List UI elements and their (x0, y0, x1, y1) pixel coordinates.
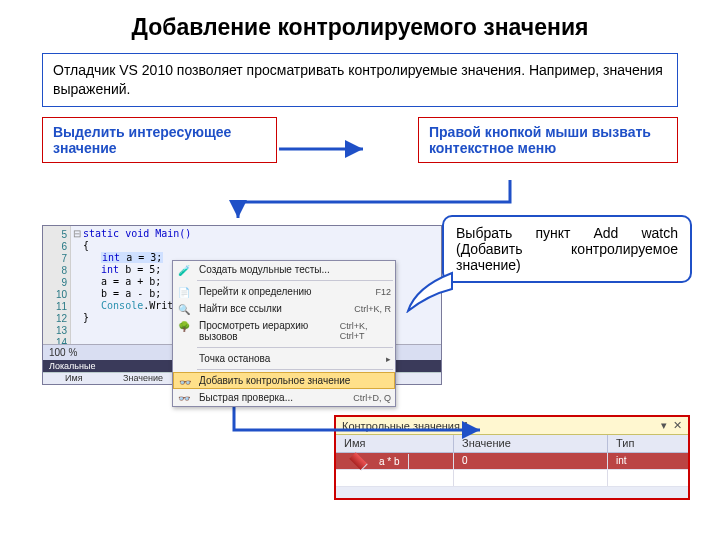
dropdown-icon[interactable]: ▾ (661, 419, 667, 432)
code-brace: } (83, 312, 89, 323)
quickwatch-icon: 👓 (177, 391, 191, 405)
menu-separator (197, 369, 393, 370)
menu-add-watch[interactable]: 👓 Добавить контрольное значение (173, 372, 395, 389)
watch-row-empty[interactable] (336, 470, 688, 487)
intro-box: Отладчик VS 2010 позволяет просматривать… (42, 53, 678, 107)
menu-label: Просмотреть иерархию вызовов (199, 320, 340, 342)
step-2-box: Правой кнопкой мыши вызвать контекстное … (418, 117, 678, 163)
step-1-box: Выделить интересующее значение (42, 117, 277, 163)
menu-label: Создать модульные тесты... (199, 264, 330, 275)
menu-label: Точка останова (199, 353, 270, 364)
menu-breakpoint[interactable]: Точка останова ▸ (173, 350, 395, 367)
line-num: 12 (43, 313, 67, 325)
code-kw: int (102, 252, 120, 263)
menu-shortcut: Ctrl+K, Ctrl+T (340, 321, 391, 341)
find-icon: 🔍 (177, 302, 191, 316)
watch-expr: a * b (371, 454, 409, 469)
menu-create-tests[interactable]: 🧪 Создать модульные тесты... (173, 261, 395, 278)
line-num: 9 (43, 277, 67, 289)
diamond-icon (349, 452, 367, 470)
line-num: 11 (43, 301, 67, 313)
menu-quick-watch[interactable]: 👓 Быстрая проверка... Ctrl+D, Q (173, 389, 395, 406)
callout-add-watch: Выбрать пункт Add watch (Добавить контро… (442, 215, 692, 283)
close-icon[interactable]: ✕ (673, 419, 682, 432)
goto-icon: 📄 (177, 285, 191, 299)
watch-value: 0 (454, 453, 608, 469)
menu-label: Перейти к определению (199, 286, 312, 297)
callout-text: Выбрать пункт Add watch (Добавить контро… (456, 225, 678, 273)
code-kw: int (101, 264, 119, 275)
menu-label: Добавить контрольное значение (199, 375, 350, 386)
page-title: Добавление контролируемого значения (0, 14, 720, 41)
menu-call-hierarchy[interactable]: 🌳 Просмотреть иерархию вызовов Ctrl+K, C… (173, 317, 395, 345)
code-signature: static void Main() (83, 228, 191, 239)
menu-shortcut: F12 (375, 287, 391, 297)
submenu-arrow-icon: ▸ (386, 354, 391, 364)
step-row: Выделить интересующее значение Правой кн… (42, 117, 678, 163)
locals-col-name: Имя (43, 373, 123, 384)
watch-icon: 👓 (178, 375, 192, 389)
line-num: 13 (43, 325, 67, 337)
arrow-step1-to-step2 (277, 138, 372, 160)
callout-tail-icon (406, 269, 454, 313)
line-num: 8 (43, 265, 67, 277)
watch-type: int (608, 453, 688, 469)
fold-icon: ⊟ (73, 228, 81, 239)
watch-row-selected[interactable]: a * b 0 int (336, 453, 688, 470)
code-text: a = 3; (120, 252, 162, 263)
menu-find-refs[interactable]: 🔍 Найти все ссылки Ctrl+K, R (173, 300, 395, 317)
menu-separator (197, 347, 393, 348)
hierarchy-icon: 🌳 (177, 319, 191, 333)
menu-goto-definition[interactable]: 📄 Перейти к определению F12 (173, 283, 395, 300)
line-num: 7 (43, 253, 67, 265)
code-text: a = a + b; (101, 276, 161, 287)
menu-shortcut: Ctrl+K, R (354, 304, 391, 314)
watch-col-type: Тип (608, 435, 688, 452)
menu-label: Быстрая проверка... (199, 392, 293, 403)
line-num: 5 (43, 229, 67, 241)
code-text: b = a - b; (101, 288, 161, 299)
menu-shortcut: Ctrl+D, Q (353, 393, 391, 403)
context-menu: 🧪 Создать модульные тесты... 📄 Перейти к… (172, 260, 396, 407)
line-num: 6 (43, 241, 67, 253)
code-brace: { (83, 240, 89, 251)
tests-icon: 🧪 (177, 263, 191, 277)
menu-separator (197, 280, 393, 281)
code-text: b = 5; (119, 264, 161, 275)
menu-label: Найти все ссылки (199, 303, 282, 314)
line-num: 10 (43, 289, 67, 301)
code-type: Console (101, 300, 143, 311)
